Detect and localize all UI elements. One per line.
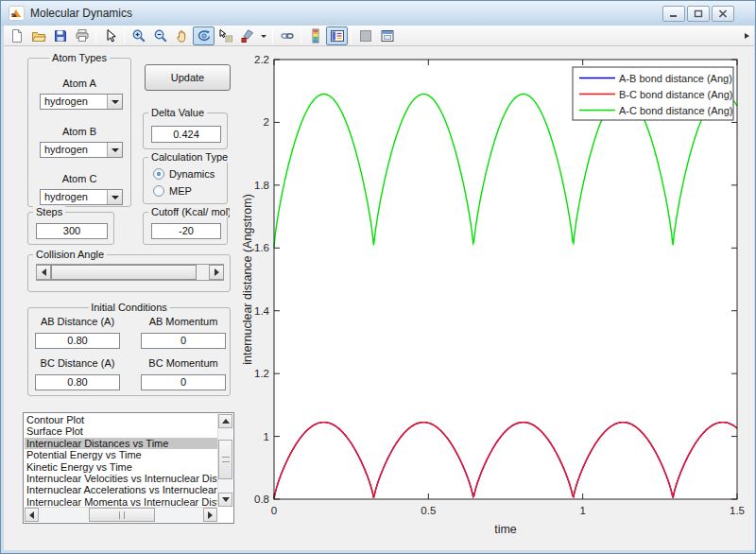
- delta-value-field[interactable]: 0.424: [151, 126, 221, 143]
- toolbar: [4, 26, 754, 46]
- y-tick-label: 1.2: [254, 368, 269, 379]
- arrow-left-icon: [29, 511, 34, 519]
- save-button[interactable]: [49, 26, 71, 45]
- steps-title: Steps: [33, 206, 65, 217]
- slider-thumb[interactable]: [51, 265, 197, 280]
- listbox-item[interactable]: Kinetic Energy vs Time: [25, 461, 217, 473]
- pointer-icon: [103, 28, 118, 43]
- horizontal-scroll-thumb[interactable]: [89, 508, 155, 522]
- atom-b-dropdown[interactable]: hydrogen: [40, 142, 123, 158]
- atom-a-value: hydrogen: [44, 95, 88, 107]
- scroll-down-button[interactable]: [218, 493, 232, 507]
- y-tick-label: 1.8: [254, 180, 269, 191]
- atom-a-dropdown[interactable]: hydrogen: [40, 94, 123, 110]
- listbox-item[interactable]: Contour Plot: [25, 414, 217, 425]
- minimize-button[interactable]: [662, 6, 685, 22]
- mep-radio[interactable]: MEP: [153, 185, 192, 197]
- close-button[interactable]: [712, 6, 734, 22]
- atom-b-dropdown-button[interactable]: [107, 143, 122, 157]
- update-button[interactable]: Update: [145, 64, 231, 91]
- print-button[interactable]: [71, 26, 93, 45]
- legend-entry-label: A-B bond distance (Ang): [619, 73, 732, 84]
- pointer-button[interactable]: [99, 26, 121, 45]
- insert-legend-button[interactable]: [326, 26, 348, 45]
- scroll-right-button[interactable]: [203, 508, 217, 522]
- atom-a-dropdown-button[interactable]: [107, 95, 122, 109]
- atom-c-value: hydrogen: [44, 191, 88, 202]
- bc-momentum-field[interactable]: 0: [141, 374, 226, 390]
- listbox-item[interactable]: Potential Energy vs Time: [25, 449, 217, 460]
- zoom-in-button[interactable]: [128, 26, 149, 45]
- brush-icon: [240, 28, 255, 43]
- maximize-button[interactable]: [687, 6, 710, 22]
- atom-c-dropdown[interactable]: hydrogen: [40, 189, 123, 205]
- app-window: Molecular Dynamics Atom Types Atom A hyd…: [0, 0, 756, 554]
- listbox-item[interactable]: Internuclear Momenta vs Internuclear Dis…: [25, 496, 217, 507]
- atom-b-label: Atom B: [28, 126, 130, 137]
- link-plots-button[interactable]: [276, 26, 298, 45]
- brush-menu-icon: [260, 28, 267, 43]
- toolbar-separator: [95, 27, 96, 43]
- slider-right-arrow[interactable]: [209, 265, 224, 280]
- collision-angle-slider[interactable]: [36, 264, 224, 281]
- ab-distance-field[interactable]: 0.80: [35, 333, 120, 349]
- steps-field[interactable]: 300: [36, 223, 108, 239]
- atom-a-label: Atom A: [28, 78, 130, 89]
- chevron-down-icon: [112, 148, 119, 152]
- open-folder-button[interactable]: [27, 26, 49, 45]
- bc-distance-field[interactable]: 0.80: [35, 374, 120, 390]
- legend-entry-label: B-C bond distance (Ang): [619, 89, 732, 100]
- listbox-item[interactable]: Internuclear Accelerations vs Internucle…: [25, 484, 217, 495]
- dynamics-radio[interactable]: Dynamics: [153, 168, 215, 180]
- listbox-item[interactable]: Internuclear Distances vs Time: [25, 438, 217, 449]
- plot-type-listbox[interactable]: Contour PlotSurface PlotInternuclear Dis…: [23, 412, 234, 524]
- atom-b-value: hydrogen: [44, 144, 88, 155]
- plot-area[interactable]: 00.511.50.811.21.41.61.822.2timeinternuc…: [240, 46, 754, 550]
- scroll-up-button[interactable]: [218, 414, 232, 428]
- hide-plot-tools-button[interactable]: [354, 26, 376, 45]
- cutoff-group: Cutoff (Kcal/ mol) -20: [143, 212, 228, 245]
- brush-menu-button[interactable]: [258, 26, 269, 45]
- toolbar-overflow-icon[interactable]: [745, 33, 749, 39]
- open-folder-icon: [31, 28, 46, 43]
- cutoff-title: Cutoff (Kcal/ mol): [148, 206, 230, 217]
- x-tick-label: 0: [271, 505, 277, 516]
- delta-value-title: Delta Value: [148, 107, 207, 118]
- slider-left-arrow[interactable]: [36, 265, 51, 280]
- listbox-item[interactable]: Surface Plot: [25, 425, 217, 437]
- data-cursor-button[interactable]: [215, 26, 236, 45]
- x-tick-label: 0.5: [421, 505, 436, 516]
- insert-legend-icon: [330, 28, 345, 43]
- figure-client-area: Atom Types Atom A hydrogen Atom B hydrog…: [4, 46, 754, 550]
- grip-icon: [119, 511, 125, 519]
- initial-conditions-title: Initial Conditions: [88, 302, 170, 313]
- brush-button[interactable]: [236, 26, 258, 45]
- y-tick-label: 0.8: [254, 493, 269, 505]
- vertical-scroll-thumb[interactable]: [218, 440, 232, 479]
- insert-colorbar-button[interactable]: [304, 26, 326, 45]
- arrow-left-icon: [42, 268, 46, 276]
- listbox-item[interactable]: Internuclear Velocities vs Internuclear …: [25, 473, 217, 484]
- dock-figure-button[interactable]: [376, 26, 398, 45]
- steps-group: Steps 300: [27, 212, 114, 245]
- listbox-vertical-scrollbar[interactable]: [217, 414, 232, 507]
- hide-plot-tools-icon: [358, 28, 373, 43]
- ab-momentum-field[interactable]: 0: [141, 333, 226, 349]
- scroll-left-button[interactable]: [25, 508, 39, 522]
- cutoff-field[interactable]: -20: [151, 223, 221, 239]
- window-title: Molecular Dynamics: [30, 7, 132, 20]
- calculation-type-title: Calculation Type: [148, 151, 231, 163]
- chart-canvas[interactable]: 00.511.50.811.21.41.61.822.2timeinternuc…: [240, 46, 754, 550]
- atom-c-dropdown-button[interactable]: [107, 190, 122, 204]
- pan-button[interactable]: [171, 26, 193, 45]
- rotate-3d-button[interactable]: [193, 26, 215, 45]
- titlebar[interactable]: Molecular Dynamics: [1, 1, 755, 26]
- zoom-out-button[interactable]: [149, 26, 171, 45]
- zoom-in-icon: [131, 28, 146, 43]
- listbox-horizontal-scrollbar[interactable]: [25, 507, 217, 522]
- dock-figure-icon: [380, 28, 395, 43]
- arrow-down-icon: [222, 497, 230, 502]
- toolbar-separator: [351, 27, 352, 43]
- new-file-button[interactable]: [6, 26, 27, 45]
- legend[interactable]: A-B bond distance (Ang)B-C bond distance…: [573, 67, 733, 120]
